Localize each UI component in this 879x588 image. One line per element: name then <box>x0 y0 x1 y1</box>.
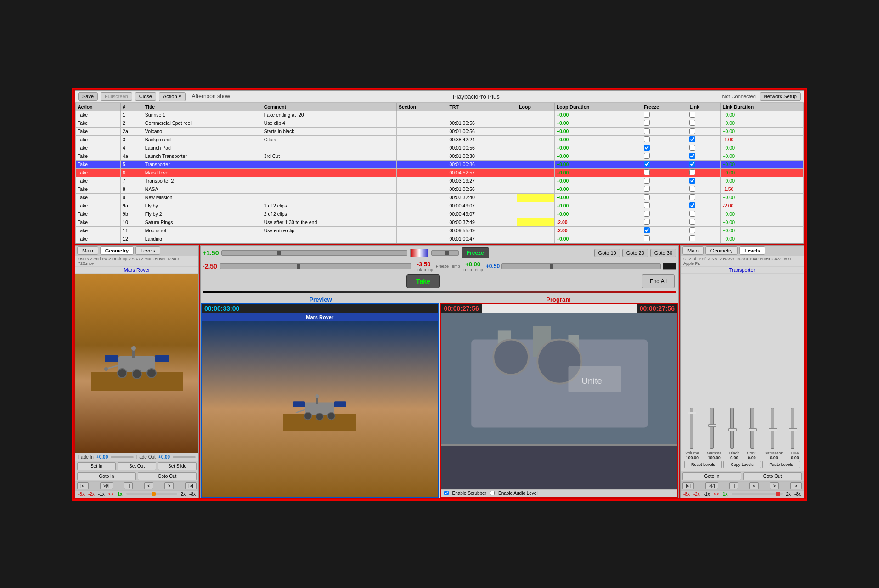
row-action: Take <box>76 152 121 160</box>
close-button[interactable]: Close <box>135 92 156 101</box>
volume-group: Volume 100.00 <box>685 451 699 460</box>
left-transport-prev[interactable]: < <box>144 482 153 489</box>
hue-slider-track[interactable] <box>791 408 794 449</box>
right-tab-geometry[interactable]: Geometry <box>705 246 738 255</box>
center-top-slider[interactable] <box>221 250 407 256</box>
table-row[interactable]: Take 7 Transporter 2 00:03:19:27 +0.00 +… <box>76 177 804 185</box>
right-speed-8x: -8x <box>794 492 801 497</box>
right-transport-prev[interactable]: < <box>749 482 759 489</box>
enable-scrubber-check[interactable] <box>444 491 449 495</box>
set-out-button[interactable]: Set Out <box>118 462 156 470</box>
network-setup-button[interactable]: Network Setup <box>760 92 801 101</box>
goto-20-button[interactable]: Goto 20 <box>622 249 648 257</box>
right-transport-pause[interactable]: || <box>729 482 738 489</box>
left-tab-levels[interactable]: Levels <box>135 246 160 255</box>
reset-levels-button[interactable]: Reset Levels <box>684 461 722 468</box>
row-freeze <box>642 218 687 226</box>
preview-rover-bg <box>202 321 438 497</box>
center-bot-slider[interactable] <box>220 263 411 269</box>
end-all-button[interactable]: End All <box>642 274 675 288</box>
save-button[interactable]: Save <box>78 92 98 101</box>
left-transport-play[interactable]: > <box>164 482 174 489</box>
set-in-button[interactable]: Set In <box>77 462 116 470</box>
left-transport-end[interactable]: |>| <box>185 482 197 489</box>
right-goto-out-button[interactable]: Goto Out <box>743 472 802 480</box>
paste-levels-button[interactable]: Paste Levels <box>762 461 800 468</box>
row-freeze <box>642 226 687 235</box>
black-slider-thumb <box>728 428 737 431</box>
right-tab-levels[interactable]: Levels <box>739 246 765 255</box>
fade-out-slider[interactable] <box>173 456 196 458</box>
table-row[interactable]: Take 3 Background Cities 00:38:42:24 +0.… <box>76 135 804 144</box>
right-transport-start[interactable]: |<| <box>682 482 694 489</box>
table-row[interactable]: Take 4 Launch Pad 00:01:00:56 +0.00 +0.0… <box>76 144 804 152</box>
saturation-slider-track[interactable] <box>771 408 774 449</box>
table-row[interactable]: Take 4a Launch Transporter 3rd Cut 00:01… <box>76 152 804 160</box>
row-link <box>687 160 721 168</box>
row-num: 11 <box>121 226 143 235</box>
left-tab-geometry[interactable]: Geometry <box>100 246 134 255</box>
right-transport-prevframe[interactable]: >|/| <box>705 482 718 489</box>
table-row[interactable]: Take 11 Moonshot Use entire clip 00:09:5… <box>76 226 804 235</box>
left-tab-main[interactable]: Main <box>77 246 98 255</box>
row-comment <box>262 193 396 202</box>
left-transport-start[interactable]: |<| <box>77 482 89 489</box>
row-comment: Cities <box>262 135 396 144</box>
row-link-dur: -2.00 <box>721 202 804 210</box>
table-row[interactable]: Take 5 Transporter 00:01:00:86 +0.00 +0.… <box>76 160 804 168</box>
row-section <box>396 111 447 119</box>
table-row[interactable]: Take 1 Sunrise 1 Fake ending at :20 +0.0… <box>76 111 804 119</box>
right-tab-main[interactable]: Main <box>682 246 704 255</box>
fullscreen-button[interactable]: Fullscreen <box>101 92 132 101</box>
col-trt: TRT <box>447 103 517 111</box>
row-title: Transporter 2 <box>143 177 262 185</box>
table-row[interactable]: Take 12 Landing 00:01:00:47 +0.00 +0.00 <box>76 235 804 243</box>
left-speed-8x: -8x <box>189 492 196 497</box>
preview-video-content: Mars Rover <box>202 313 438 497</box>
center-top-right-slider[interactable] <box>431 250 459 256</box>
contrast-slider-track[interactable] <box>750 408 754 449</box>
right-speed-slider[interactable] <box>732 493 783 495</box>
goto-30-button[interactable]: Goto 30 <box>650 249 676 257</box>
goto-in-button[interactable]: Goto In <box>77 472 136 480</box>
table-row[interactable]: Take 8 NASA 00:01:00:56 +0.00 -1.50 <box>76 185 804 193</box>
center-row3: Take End All <box>203 274 676 288</box>
offset-slider[interactable] <box>501 263 661 269</box>
right-transport-end[interactable]: |>| <box>790 482 802 489</box>
black-slider-track[interactable] <box>730 408 734 449</box>
gamma-slider-track[interactable] <box>710 408 714 449</box>
table-row[interactable]: Take 9 New Mission 00:03:32:40 +0.00 +0.… <box>76 193 804 202</box>
goto-out-button[interactable]: Goto Out <box>138 472 197 480</box>
left-transport-prevframe[interactable]: >|/| <box>100 482 113 489</box>
left-speed-slider[interactable] <box>126 493 177 495</box>
svg-rect-28 <box>441 445 678 489</box>
right-transport-play[interactable]: > <box>770 482 779 489</box>
goto-btns-row: Goto 10 Goto 20 Goto 30 <box>594 249 676 257</box>
row-link-dur: +0.00 <box>721 226 804 235</box>
volume-slider-track[interactable] <box>690 408 693 449</box>
svg-line-20 <box>296 409 305 412</box>
goto-10-button[interactable]: Goto 10 <box>594 249 620 257</box>
right-speed-1x: 1x <box>722 492 727 497</box>
right-goto-in-button[interactable]: Goto In <box>682 472 741 480</box>
row-freeze <box>642 177 687 185</box>
row-action: Take <box>76 210 121 218</box>
row-title: Commercial Spot reel <box>143 119 262 127</box>
left-transport-pause[interactable]: || <box>124 482 133 489</box>
table-row[interactable]: Take 2a Volcano Starts in black 00:01:00… <box>76 127 804 135</box>
contrast-slider-thumb <box>749 428 757 431</box>
row-loop-dur: +0.00 <box>554 119 642 127</box>
table-row[interactable]: Take 9a Fly by 1 of 2 clips 00:00:49:07 … <box>76 202 804 210</box>
table-row[interactable]: Take 10 Saturn Rings Use after 1:30 to t… <box>76 218 804 226</box>
table-row[interactable]: Take 6 Mars Rover 00:04:52:57 +0.00 +0.0… <box>76 168 804 177</box>
set-slide-button[interactable]: Set Slide <box>158 462 197 470</box>
action-button[interactable]: Action ▾ <box>159 92 186 101</box>
table-row[interactable]: Take 9b Fly by 2 2 of 2 clips 00:00:49:0… <box>76 210 804 218</box>
copy-levels-button[interactable]: Copy Levels <box>723 461 761 468</box>
table-row[interactable]: Take 2 Commercial Spot reel Use clip 4 0… <box>76 119 804 127</box>
freeze-button[interactable]: Freeze <box>462 247 489 258</box>
enable-audio-check[interactable] <box>490 491 495 495</box>
fade-in-slider[interactable] <box>111 456 134 458</box>
color-bar <box>203 291 676 293</box>
take-button[interactable]: Take <box>406 274 440 288</box>
